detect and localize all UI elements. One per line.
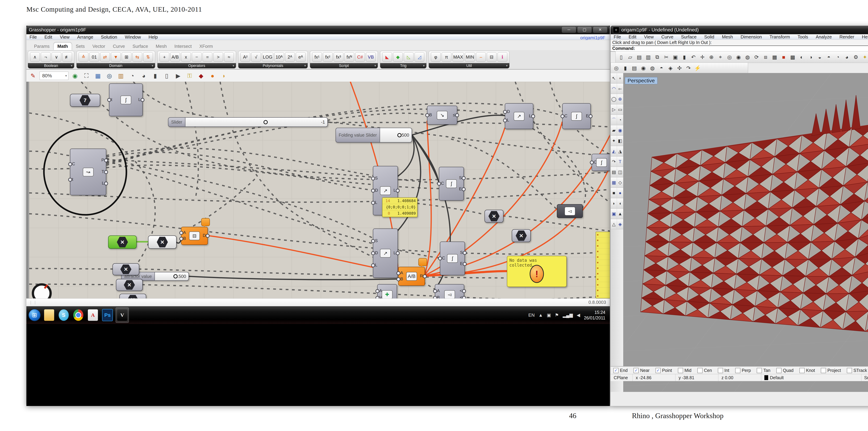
top-left-comp[interactable]: tLʃ — [109, 83, 143, 116]
port-grip[interactable] — [375, 296, 379, 298]
rhino-toolbar-icon[interactable]: ✦ — [861, 53, 868, 61]
osnap-strack[interactable]: STrack — [847, 368, 867, 373]
av-comp[interactable]: AV✚ — [377, 284, 397, 298]
mult-hex-right[interactable]: ✕ — [512, 229, 531, 242]
graph-comp-1[interactable]: CSEʃ — [439, 167, 464, 201]
port-grip[interactable] — [371, 177, 375, 180]
operators-tool-icon[interactable]: A/B — [170, 52, 180, 62]
canvas-tool-icon[interactable]: ◗ — [219, 71, 229, 81]
group-expand-icon[interactable]: ▾ — [304, 64, 306, 67]
status-button-snap[interactable]: Snap — [861, 374, 868, 381]
tray-icon[interactable]: ▂▄▆ — [563, 313, 573, 318]
palette-tool-icon[interactable]: ✦ — [611, 136, 617, 146]
checkbox-unchecked[interactable] — [698, 368, 703, 373]
rhino-toolbar-icon[interactable]: ◔ — [834, 53, 842, 61]
port-grip[interactable] — [179, 237, 183, 241]
port-grip[interactable] — [396, 189, 400, 193]
canvas-zoom-dropdown[interactable]: 80%▾ — [39, 71, 68, 80]
port-grip[interactable] — [503, 110, 507, 114]
rhino-menu-help[interactable]: Help — [862, 34, 868, 39]
relay-7[interactable]: 7 — [70, 94, 100, 107]
port-grip[interactable] — [371, 201, 375, 205]
slider-grip[interactable] — [264, 120, 268, 124]
rhino-menu-transform[interactable]: Transform — [770, 34, 790, 39]
folding-slider[interactable]: Folding value Slider0.500 — [336, 128, 412, 143]
close-button[interactable]: ✕ — [593, 26, 608, 33]
rhino-toolbar-icon[interactable]: ▱ — [626, 53, 634, 61]
back-comp[interactable]: ◅ — [557, 204, 583, 218]
tab-sets[interactable]: Sets — [72, 42, 89, 50]
viewport-name-label[interactable]: Perspective — [625, 77, 657, 84]
osnap-tan[interactable]: Tan — [757, 368, 770, 373]
trig-tool-icon[interactable]: ◣ — [382, 52, 392, 62]
palette-tool-icon[interactable]: ● — [617, 188, 623, 198]
palette-tool-icon[interactable]: △ — [611, 219, 617, 229]
port-grip[interactable] — [589, 114, 592, 118]
compare-comp[interactable]: AB<≤◅ — [435, 284, 464, 298]
boolean-tool-icon[interactable]: ¬ — [41, 52, 51, 62]
port-grip[interactable] — [590, 161, 594, 164]
rhino-menu-curve[interactable]: Curve — [661, 34, 673, 39]
palette-tool-icon[interactable]: ◖ — [617, 198, 623, 208]
mult-hex-mid[interactable]: ✕ — [485, 210, 503, 223]
canvas-tool-icon[interactable]: ▯ — [162, 71, 172, 81]
canvas-tool-icon[interactable]: ◆ — [196, 71, 206, 81]
operators-tool-icon[interactable]: ≈ — [224, 52, 234, 62]
rhino-toolbar-icon[interactable]: ◎ — [726, 53, 733, 61]
canvas-tool-icon[interactable]: ▥ — [116, 71, 126, 81]
port-grip[interactable] — [438, 257, 442, 260]
gh-menu-file[interactable]: File — [30, 34, 37, 40]
osnap-perp[interactable]: Perp — [735, 368, 751, 373]
rhino-menu-dimension[interactable]: Dimension — [741, 34, 762, 39]
port-grip[interactable] — [104, 170, 108, 174]
rhino-toolbar-icon[interactable]: ◑ — [807, 53, 814, 61]
rhino-toolbar-icon[interactable]: ⚙ — [852, 53, 860, 61]
rhino-toolbar-icon[interactable]: ▤ — [630, 64, 638, 72]
tab-surface[interactable]: Surface — [129, 42, 152, 50]
port-grip[interactable] — [371, 189, 375, 193]
slider-track[interactable]: 0.500 — [380, 128, 412, 143]
boolean-tool-icon[interactable]: ∨ — [52, 52, 61, 62]
palette-tool-icon[interactable]: ▦ — [611, 177, 617, 188]
osnap-project[interactable]: Project — [821, 368, 841, 373]
rhino-toolbar-icon[interactable]: ⟳ — [753, 53, 761, 61]
command-input[interactable]: Command: — [612, 46, 868, 51]
rhino-toolbar-icon[interactable]: ⌖ — [717, 53, 724, 61]
script-tool-icon[interactable]: fx² — [323, 52, 333, 62]
gh-menu-arrange[interactable]: Arrange — [77, 34, 93, 40]
rhino-menu-solid[interactable]: Solid — [704, 34, 714, 39]
port-grip[interactable] — [423, 275, 427, 278]
slider-grip[interactable] — [174, 274, 178, 279]
gh-menu-window[interactable]: Window — [125, 34, 141, 40]
tab-xform[interactable]: XForm — [195, 42, 217, 50]
checkbox-unchecked[interactable] — [821, 368, 826, 373]
rhino-toolbar-icon[interactable]: ⚡ — [694, 64, 701, 72]
osnap-near[interactable]: ✓Near — [633, 368, 649, 373]
rhino-menu-analyze[interactable]: Analyze — [816, 34, 832, 39]
port-grip[interactable] — [397, 271, 400, 275]
grasshopper-canvas[interactable]: 7tLʃCtPTL↝Slider-1Folding value Slider0.… — [29, 82, 610, 298]
trig-tool-icon[interactable]: ◿ — [414, 52, 424, 62]
polynomials-tool-icon[interactable]: eᴬ — [296, 52, 306, 62]
rhino-toolbar-icon[interactable]: ▩ — [789, 53, 797, 61]
maximize-button[interactable]: ▢ — [577, 26, 592, 33]
cplane-button[interactable]: CPlane — [611, 374, 632, 381]
domain-tool-icon[interactable]: ⇄ — [100, 52, 110, 62]
trig-tool-icon[interactable]: ◆ — [393, 52, 403, 62]
rhino-toolbar-icon[interactable]: ◓ — [825, 53, 833, 61]
domain-tool-icon[interactable]: ⇆ — [132, 52, 142, 62]
tray-icon[interactable]: ▣ — [547, 313, 551, 318]
palette-tool-icon[interactable]: ◗ — [611, 198, 617, 208]
port-grip[interactable] — [107, 98, 111, 102]
rhino-toolbar-icon[interactable]: ◐ — [798, 53, 806, 61]
tab-math[interactable]: Math — [54, 42, 72, 50]
osnap-cen[interactable]: Cen — [698, 368, 712, 373]
palette-tool-icon[interactable]: ◧ — [617, 136, 623, 146]
slider-grip[interactable] — [397, 133, 402, 137]
palette-tool-icon[interactable]: ◯ — [611, 94, 617, 104]
polynomials-tool-icon[interactable]: LOG — [262, 52, 273, 62]
domain-tool-icon[interactable]: ▼ — [111, 52, 121, 62]
port-grip[interactable] — [68, 178, 72, 182]
group-expand-icon[interactable]: ▾ — [71, 64, 72, 67]
rhino-toolbar-icon[interactable]: ↷ — [685, 64, 692, 72]
